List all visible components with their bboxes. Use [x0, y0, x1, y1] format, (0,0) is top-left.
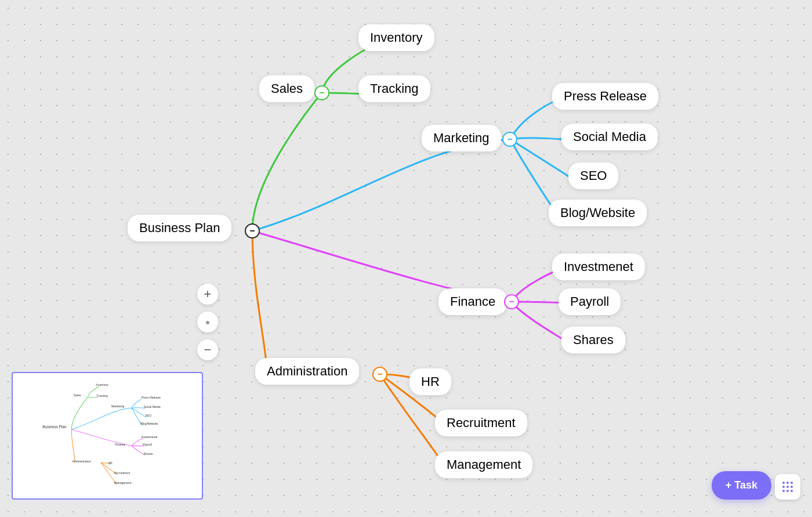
svg-text:Press Release: Press Release: [142, 396, 161, 399]
svg-point-23: [782, 490, 785, 492]
svg-text:SEO: SEO: [145, 414, 151, 417]
svg-text:Recruitment: Recruitment: [114, 471, 130, 475]
task-button-label: + Task: [726, 479, 757, 491]
svg-point-19: [791, 482, 793, 484]
zoom-reset-button[interactable]: ●: [197, 312, 218, 332]
svg-text:Finance: Finance: [115, 443, 125, 446]
inventory-label: Inventory: [358, 24, 434, 51]
svg-text:Blog/Website: Blog/Website: [140, 422, 158, 425]
tracking-label: Tracking: [358, 75, 430, 102]
svg-text:Shares: Shares: [143, 452, 153, 455]
svg-point-25: [791, 490, 793, 492]
zoom-controls: + ● −: [197, 284, 218, 360]
svg-text:Management: Management: [114, 481, 132, 485]
sales-label: Sales: [259, 75, 314, 102]
add-task-button[interactable]: + Task: [712, 471, 771, 500]
shares-label: Shares: [561, 327, 625, 353]
svg-text:Investmenet: Investmenet: [142, 435, 158, 439]
finance-circle[interactable]: [504, 294, 519, 309]
svg-text:Administration: Administration: [72, 460, 91, 463]
svg-text:Sales: Sales: [74, 393, 81, 397]
management-label: Management: [435, 451, 532, 478]
press-release-label: Press Release: [552, 83, 658, 110]
payroll-label: Payroll: [559, 288, 621, 315]
svg-text:Inventory: Inventory: [96, 383, 108, 386]
svg-text:Marketing: Marketing: [111, 404, 125, 408]
svg-text:Business Plan: Business Plan: [42, 425, 67, 429]
marketing-circle[interactable]: [502, 132, 517, 147]
administration-circle[interactable]: [372, 367, 387, 382]
svg-point-22: [791, 486, 793, 488]
minimap[interactable]: Business Plan Sales Inventory Tracking M…: [12, 372, 203, 500]
seo-label: SEO: [568, 162, 618, 189]
svg-point-18: [786, 482, 789, 484]
marketing-label: Marketing: [422, 125, 501, 151]
investmenet-label: Investmenet: [552, 254, 645, 280]
svg-text:Tracking: Tracking: [96, 394, 108, 397]
zoom-out-button[interactable]: −: [197, 339, 218, 360]
grid-icon: [781, 480, 795, 494]
administration-label: Administration: [255, 358, 359, 385]
blog-website-label: Blog/Website: [549, 200, 647, 226]
svg-text:HR: HR: [108, 461, 113, 465]
sales-circle[interactable]: [314, 85, 329, 100]
svg-point-21: [786, 486, 789, 488]
svg-point-20: [782, 486, 785, 488]
finance-label: Finance: [438, 288, 507, 315]
business-plan-circle[interactable]: [245, 223, 260, 238]
business-plan-label: Business Plan: [128, 215, 231, 241]
hr-label: HR: [409, 368, 451, 395]
svg-point-17: [782, 482, 785, 484]
recruitment-label: Recruitment: [435, 410, 527, 436]
social-media-label: Social Media: [561, 124, 658, 150]
zoom-in-button[interactable]: +: [197, 284, 218, 305]
svg-text:Payroll: Payroll: [143, 443, 152, 446]
svg-point-24: [786, 490, 789, 492]
grid-view-button[interactable]: [775, 474, 800, 500]
svg-text:Social Media: Social Media: [143, 405, 160, 408]
